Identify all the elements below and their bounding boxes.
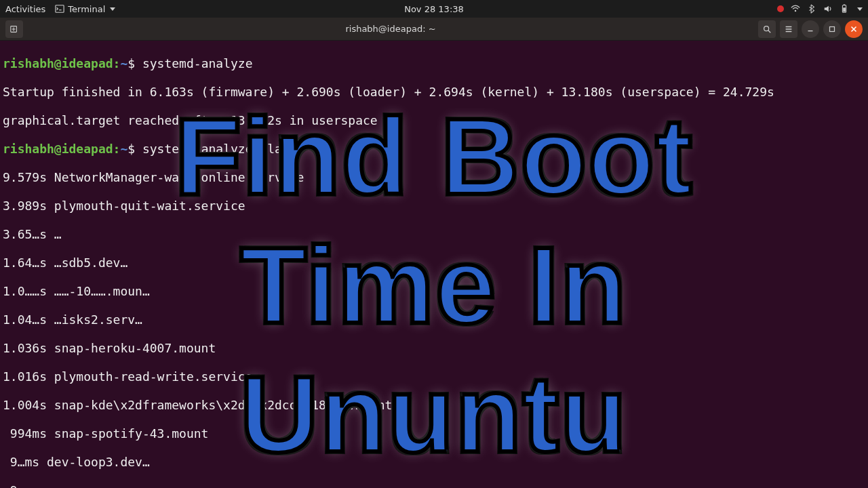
gnome-top-panel: Activities Terminal Nov 28 13:38 — [0, 0, 868, 18]
panel-left: Activities Terminal — [5, 4, 115, 14]
window-title: rishabh@ideapad: ~ — [23, 24, 758, 34]
command-2: systemd-analyze blame — [142, 142, 297, 156]
clock[interactable]: Nov 28 13:38 — [404, 4, 464, 14]
terminal-line: 1.64…s …sdb5.dev… — [3, 256, 865, 270]
battery-icon[interactable] — [840, 4, 849, 14]
terminal-line: graphical.target reached after 13.162s i… — [3, 113, 865, 127]
svg-rect-7 — [830, 26, 835, 31]
window-titlebar: rishabh@ideapad: ~ — [0, 18, 868, 41]
panel-right — [777, 4, 863, 14]
chevron-down-icon — [110, 7, 115, 11]
terminal-line: 9.579s NetworkManager-wait-online.servic… — [3, 170, 865, 184]
wifi-icon[interactable] — [791, 4, 800, 14]
app-menu[interactable]: Terminal — [55, 4, 115, 14]
svg-point-6 — [764, 26, 769, 30]
terminal-line: 3.65…s … — [3, 227, 865, 241]
volume-icon[interactable] — [823, 4, 833, 14]
terminal-line: 9…ms … — [3, 483, 865, 488]
minimize-button[interactable] — [802, 20, 819, 38]
hamburger-menu-button[interactable] — [780, 20, 797, 38]
terminal-line: 1.004s snap-kde\x2dframeworks\x2d5\x2dco… — [3, 398, 865, 412]
svg-rect-4 — [843, 7, 846, 12]
prompt-dollar: $ — [127, 56, 135, 70]
terminal-line: 994ms snap-spotify-43.mount — [3, 426, 865, 441]
terminal-line: 3.989s plymouth-quit-wait.service — [3, 199, 865, 213]
new-tab-button[interactable] — [5, 20, 23, 38]
close-button[interactable] — [845, 20, 863, 38]
prompt-user: rishabh@ideapad — [3, 56, 113, 70]
clock-label: Nov 28 13:38 — [404, 4, 464, 14]
terminal-line: 9…ms dev-loop3.dev… — [3, 455, 865, 469]
maximize-button[interactable] — [823, 20, 841, 38]
system-menu-chevron-icon[interactable] — [857, 7, 863, 11]
prompt-path: ~ — [120, 56, 127, 70]
terminal-app-icon — [55, 4, 64, 14]
activities-button[interactable]: Activities — [5, 4, 45, 14]
svg-point-1 — [795, 10, 796, 12]
svg-rect-3 — [844, 4, 846, 5]
terminal-line: rishabh@ideapad:~$ systemd-analyze blame — [3, 142, 865, 156]
terminal-line: Startup finished in 6.163s (firmware) + … — [3, 85, 865, 99]
terminal-line: 1.036s snap-heroku-4007.mount — [3, 341, 865, 355]
svg-rect-0 — [56, 5, 64, 13]
terminal-viewport[interactable]: rishabh@ideapad:~$ systemd-analyze Start… — [0, 41, 868, 488]
bluetooth-icon[interactable] — [807, 4, 816, 14]
terminal-line: 1.016s plymouth-read-write.service — [3, 369, 865, 384]
terminal-line: rishabh@ideapad:~$ systemd-analyze — [3, 56, 865, 70]
terminal-line: 1.04…s …isks2.serv… — [3, 312, 865, 327]
terminal-line: 1.0……s ……-10…….moun… — [3, 284, 865, 298]
screen-record-indicator-icon[interactable] — [777, 5, 784, 12]
app-menu-label: Terminal — [68, 4, 105, 14]
search-button[interactable] — [758, 20, 776, 38]
command-1: systemd-analyze — [142, 56, 253, 70]
activities-label: Activities — [5, 4, 45, 14]
